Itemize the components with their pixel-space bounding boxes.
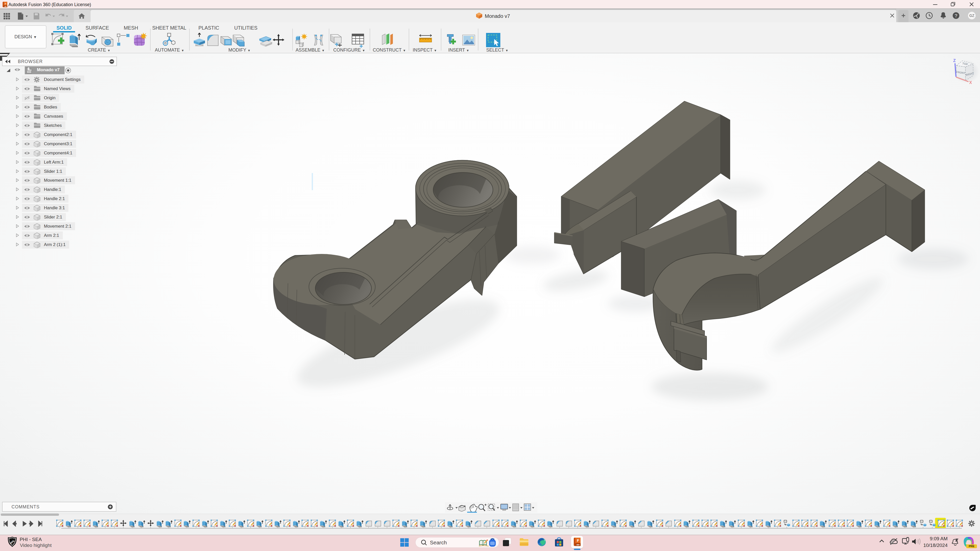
svg-text:GZ: GZ <box>969 14 974 17</box>
svg-text:360: 360 <box>4 6 6 7</box>
svg-text:360: 360 <box>576 544 580 546</box>
svg-text:Z: Z <box>953 59 956 63</box>
svg-text:F: F <box>577 538 579 543</box>
svg-text:X: X <box>969 80 972 85</box>
svg-text:F: F <box>5 3 6 5</box>
svg-text:?: ? <box>955 13 958 18</box>
